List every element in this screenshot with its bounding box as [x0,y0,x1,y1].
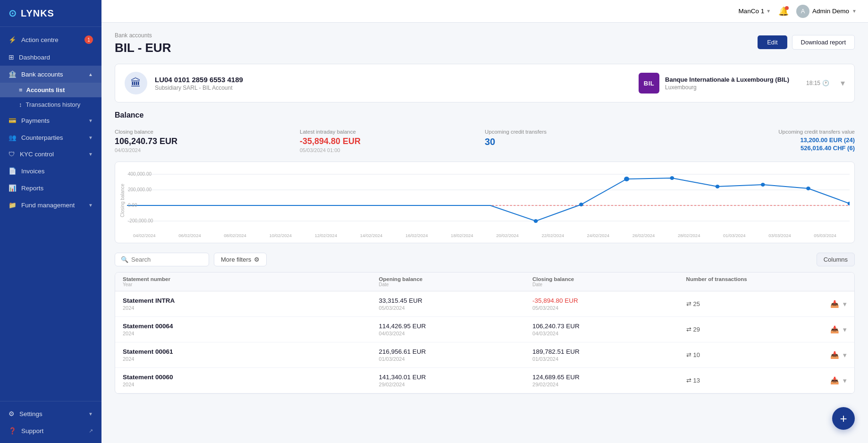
x-date-6: 14/02/2024 [360,233,383,238]
closing-balance-label: Closing balance [115,129,300,135]
account-info: LU04 0101 2859 6553 4189 Subsidiary SARL… [155,76,631,91]
balance-grid: Closing balance 106,240.73 EUR 04/03/202… [115,127,855,159]
notifications-bell[interactable]: 🔔 [778,6,789,17]
tx-count-icon: ⇄ [686,351,691,358]
filter-icon: ⚙ [254,256,260,263]
search-box[interactable]: 🔍 [115,253,209,266]
sidebar-sub-label: Transactions history [26,101,81,108]
row-actions-2: 📥 ▾ [809,325,847,334]
chart-x-axis: 04/02/2024 06/02/2024 08/02/2024 10/02/2… [120,231,850,238]
user-menu[interactable]: A Admin Demo ▼ [796,5,857,18]
account-expand-button[interactable]: ▾ [841,78,845,88]
x-date-2: 06/02/2024 [178,233,201,238]
download-row-button[interactable]: 📥 [830,376,839,385]
time-value: 18:15 [806,80,820,86]
transactions-toolbar: 🔍 More filters ⚙ Columns [115,253,855,266]
table-row[interactable]: Statement 00061 2024 216,956.61 EUR 01/0… [115,342,854,368]
upcoming-label: Upcoming credit transfers [485,129,670,135]
sidebar-nav: ⚡ Action centre 1 ⊞ Dashboard 🏦 Bank acc… [0,27,101,401]
company-selector[interactable]: ManCo 1 ▼ [738,8,771,15]
sidebar-item-dashboard[interactable]: ⊞ Dashboard [0,49,101,66]
account-subsidiary: Subsidiary SARL - BIL Account [155,85,631,91]
sidebar: ⊙ LYNKS ⚡ Action centre 1 ⊞ Dashboard 🏦 … [0,0,101,443]
balance-section: Balance Closing balance 106,240.73 EUR 0… [115,111,855,159]
support-icon: ❓ [8,427,17,434]
sidebar-item-support[interactable]: ❓ Support ↗ [0,422,101,439]
dashboard-icon: ⊞ [8,53,14,61]
row-statement-2: Statement 00064 2024 [123,323,379,336]
sidebar-item-label: Bank accounts [21,71,63,78]
sidebar-item-transactions-history[interactable]: ↕ Transactions history [0,97,101,112]
svg-point-5 [534,219,538,223]
invoices-icon: 📄 [8,167,17,175]
upcoming-credit-value: Upcoming credit transfers value 13,200.0… [670,127,855,159]
sidebar-item-bank-accounts[interactable]: 🏦 Bank accounts ▲ [0,66,101,83]
more-filters-button[interactable]: More filters ⚙ [214,253,267,266]
account-icon: 🏛 [125,72,147,94]
x-date-4: 10/02/2024 [269,233,292,238]
expand-row-button[interactable]: ▾ [843,325,847,334]
chevron-up-icon: ▲ [88,72,93,77]
logo[interactable]: ⊙ LYNKS [0,0,101,27]
x-date-7: 16/02/2024 [405,233,428,238]
download-report-button[interactable]: Download report [792,35,855,50]
tx-count-icon: ⇄ [686,326,691,333]
chart-svg [127,170,850,231]
statements-table: Statement number Year Opening balance Da… [115,272,855,394]
expand-row-button[interactable]: ▾ [843,300,847,308]
x-date-16: 05/03/2024 [814,233,836,238]
sidebar-item-invoices[interactable]: 📄 Invoices [0,162,101,179]
bank-info: Banque Internationale à Luxembourg (BIL)… [665,76,789,91]
fab-add-button[interactable]: + [832,407,855,430]
download-row-button[interactable]: 📥 [830,325,839,334]
transactions-history-icon: ↕ [19,101,22,108]
table-row[interactable]: Statement 00064 2024 114,426.95 EUR 04/0… [115,317,854,342]
row-closing-2: 106,240.73 EUR 04/03/2024 [532,323,686,336]
page-header: Bank accounts BIL - EUR Edit Download re… [115,32,855,55]
sidebar-item-action-centre[interactable]: ⚡ Action centre 1 [0,31,101,49]
sidebar-item-label: Payments [21,117,50,124]
search-input[interactable] [131,256,197,263]
closing-balance-value: 106,240.73 EUR [115,136,300,146]
sidebar-item-label: Support [21,427,43,434]
x-date-11: 24/02/2024 [587,233,610,238]
columns-button[interactable]: Columns [817,253,855,266]
bank-section: BIL Banque Internationale à Luxembourg (… [639,73,845,94]
chevron-down-icon: ▼ [88,118,93,123]
y-tick-0: 0.00 [128,203,137,208]
download-row-button[interactable]: 📥 [830,300,839,308]
sidebar-item-label: Reports [21,185,43,192]
table-row[interactable]: Statement INTRA 2024 33,315.45 EUR 05/03… [115,291,854,317]
sidebar-item-payments[interactable]: 💳 Payments ▼ [0,112,101,129]
content-area: Bank accounts BIL - EUR Edit Download re… [101,23,868,443]
sidebar-item-kyc-control[interactable]: 🛡 KYC control ▼ [0,146,101,162]
search-icon: 🔍 [121,256,128,263]
sidebar-item-counterparties[interactable]: 👥 Counterparties ▼ [0,129,101,146]
y-tick-400k: 400,000.00 [128,171,152,177]
company-chevron-icon: ▼ [766,9,771,14]
sidebar-item-label: Fund management [21,202,75,209]
user-chevron-icon: ▼ [852,9,857,14]
table-row[interactable]: Statement 00060 2024 141,340.01 EUR 29/0… [115,368,854,393]
edit-button[interactable]: Edit [758,35,787,49]
th-statement: Statement number Year [123,276,379,287]
logo-text: LYNKS [21,8,54,19]
sidebar-item-accounts-list[interactable]: ≡ Accounts list [0,83,101,97]
accounts-list-icon: ≡ [19,86,23,94]
sidebar-item-fund-management[interactable]: 📁 Fund management ▼ [0,196,101,213]
table-header: Statement number Year Opening balance Da… [115,273,854,291]
row-txcount-2: ⇄ 29 [686,326,809,333]
row-txcount-1: ⇄ 25 [686,300,809,307]
account-card: 🏛 LU04 0101 2859 6553 4189 Subsidiary SA… [115,64,855,102]
sidebar-item-settings[interactable]: ⚙ Settings ▼ [0,405,101,422]
fund-icon: 📁 [8,201,17,209]
expand-row-button[interactable]: ▾ [843,351,847,359]
expand-row-button[interactable]: ▾ [843,376,847,385]
sidebar-item-reports[interactable]: 📊 Reports [0,179,101,196]
bank-country: Luxembourg [665,84,789,91]
upcoming-count: 30 [485,136,670,147]
settings-icon: ⚙ [8,410,15,417]
y-tick-200k-neg: -200,000.00 [128,218,153,223]
download-row-button[interactable]: 📥 [830,351,839,359]
sidebar-bottom: ⚙ Settings ▼ ❓ Support ↗ [0,401,101,443]
